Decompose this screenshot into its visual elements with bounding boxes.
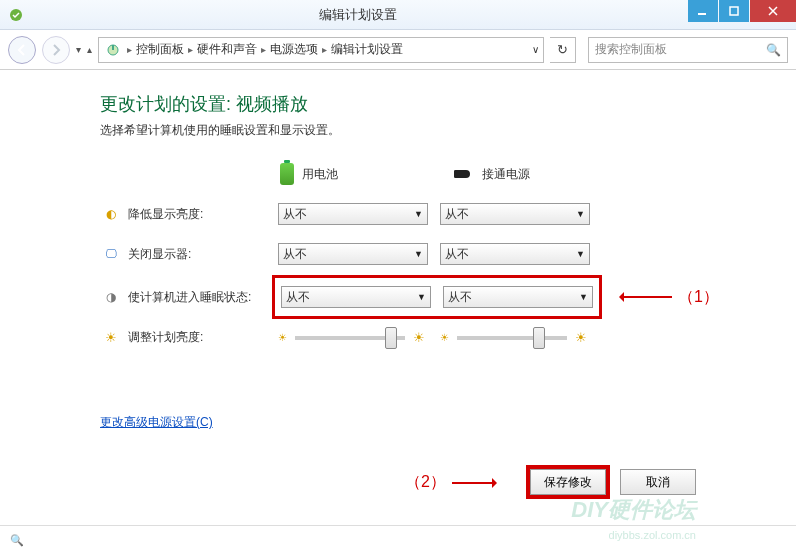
search-icon: 🔍: [766, 43, 781, 57]
sleep-row: ◑ 使计算机进入睡眠状态: 从不▼ 从不▼ （1）: [100, 283, 796, 311]
magnify-icon: 🔍: [10, 534, 24, 547]
svg-rect-2: [730, 7, 738, 15]
breadcrumb-item[interactable]: 硬件和声音: [197, 41, 257, 58]
chevron-right-icon: ▸: [257, 44, 270, 55]
brightness-high-icon: ☀: [413, 330, 425, 345]
app-icon: [4, 3, 28, 27]
monitor-icon: 🖵: [100, 247, 122, 261]
watermark: DIY硬件论坛: [571, 495, 696, 525]
brightness-row: ☀ 调整计划亮度: ☀ ☀ ☀ ☀: [100, 329, 796, 346]
save-button[interactable]: 保存修改: [530, 469, 606, 495]
off-label: 关闭显示器:: [128, 246, 278, 263]
main-content: 更改计划的设置: 视频播放 选择希望计算机使用的睡眠设置和显示设置。 用电池 接…: [0, 70, 796, 431]
footer-buttons: 保存修改 取消: [530, 469, 696, 495]
power-icon: [103, 43, 123, 57]
window-title: 编辑计划设置: [28, 6, 688, 24]
sun-icon: ☀: [100, 330, 122, 345]
window-titlebar: 编辑计划设置: [0, 0, 796, 30]
chevron-down-icon: ▼: [417, 292, 426, 302]
highlight-box-1: 从不▼ 从不▼: [272, 275, 602, 319]
search-input[interactable]: 搜索控制面板 🔍: [588, 37, 788, 63]
breadcrumb-item[interactable]: 编辑计划设置: [331, 41, 403, 58]
status-bar: 🔍: [0, 525, 796, 555]
breadcrumb[interactable]: ▸ 控制面板 ▸ 硬件和声音 ▸ 电源选项 ▸ 编辑计划设置 ∨: [98, 37, 544, 63]
cancel-button[interactable]: 取消: [620, 469, 696, 495]
brightness-low-icon: ☀: [278, 332, 287, 343]
annotation-2: （2）: [405, 472, 496, 493]
svg-rect-1: [698, 13, 706, 15]
chevron-down-icon: ▼: [579, 292, 588, 302]
column-headers: 用电池 接通电源: [100, 163, 796, 185]
brightness-low-icon: ☀: [440, 332, 449, 343]
svg-rect-4: [112, 45, 114, 50]
brightness-battery-slider[interactable]: [295, 336, 405, 340]
sleep-battery-select[interactable]: 从不▼: [281, 286, 431, 308]
ac-label: 接通电源: [482, 166, 530, 183]
battery-column-header: 用电池: [280, 163, 430, 185]
turn-off-display-row: 🖵 关闭显示器: 从不▼ 从不▼: [100, 243, 796, 265]
chevron-right-icon: ▸: [123, 44, 136, 55]
dim-label: 降低显示亮度:: [128, 206, 278, 223]
page-heading: 更改计划的设置: 视频播放: [100, 92, 796, 116]
chevron-right-icon: ▸: [318, 44, 331, 55]
off-battery-select[interactable]: 从不▼: [278, 243, 428, 265]
brightness-high-icon: ☀: [575, 330, 587, 345]
chevron-down-icon: ▼: [414, 249, 423, 259]
back-button[interactable]: [8, 36, 36, 64]
history-dropdown-icon[interactable]: ▾: [76, 44, 81, 55]
battery-icon: [280, 163, 294, 185]
chevron-down-icon: ▼: [414, 209, 423, 219]
annotation-1: （1）: [620, 287, 719, 308]
search-placeholder: 搜索控制面板: [595, 41, 667, 58]
plug-icon: [450, 168, 474, 180]
dim-display-row: ◐ 降低显示亮度: 从不▼ 从不▼: [100, 203, 796, 225]
chevron-down-icon: ▼: [576, 249, 585, 259]
dim-battery-select[interactable]: 从不▼: [278, 203, 428, 225]
advanced-settings-link[interactable]: 更改高级电源设置(C): [100, 414, 213, 431]
ac-column-header: 接通电源: [450, 163, 600, 185]
brightness-label: 调整计划亮度:: [128, 329, 278, 346]
refresh-button[interactable]: ↻: [550, 37, 576, 63]
off-ac-select[interactable]: 从不▼: [440, 243, 590, 265]
arrow-right-icon: [452, 482, 496, 484]
close-button[interactable]: [750, 0, 796, 22]
sleep-ac-select[interactable]: 从不▼: [443, 286, 593, 308]
battery-label: 用电池: [302, 166, 338, 183]
moon-icon: ◑: [100, 290, 122, 304]
dim-ac-select[interactable]: 从不▼: [440, 203, 590, 225]
page-subheading: 选择希望计算机使用的睡眠设置和显示设置。: [100, 122, 796, 139]
breadcrumb-item[interactable]: 电源选项: [270, 41, 318, 58]
forward-button[interactable]: [42, 36, 70, 64]
dim-icon: ◐: [100, 207, 122, 221]
chevron-right-icon: ▸: [184, 44, 197, 55]
maximize-button[interactable]: [719, 0, 749, 22]
chevron-down-icon: ▼: [576, 209, 585, 219]
minimize-button[interactable]: [688, 0, 718, 22]
breadcrumb-item[interactable]: 控制面板: [136, 41, 184, 58]
arrow-left-icon: [620, 296, 672, 298]
brightness-ac-slider[interactable]: [457, 336, 567, 340]
up-button-icon[interactable]: ▴: [87, 44, 92, 55]
navigation-bar: ▾ ▴ ▸ 控制面板 ▸ 硬件和声音 ▸ 电源选项 ▸ 编辑计划设置 ∨ ↻ 搜…: [0, 30, 796, 70]
breadcrumb-dropdown-icon[interactable]: ∨: [532, 44, 539, 55]
sleep-label: 使计算机进入睡眠状态:: [128, 289, 278, 306]
